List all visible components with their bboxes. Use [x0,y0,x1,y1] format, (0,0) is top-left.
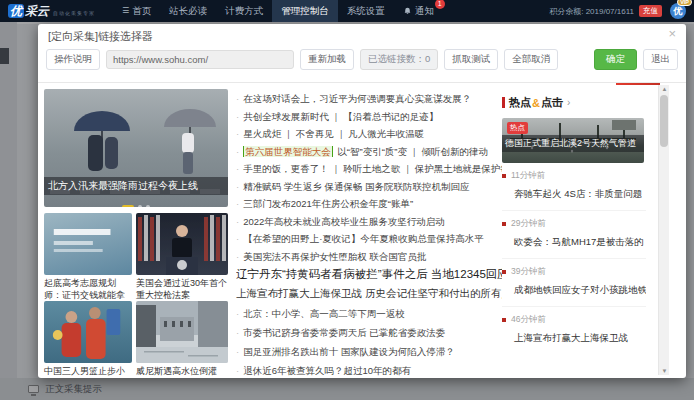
accent-bar [502,97,505,108]
featured-hot-story[interactable]: 热点 德国正式重启北溪2号天然气管道 [502,118,644,163]
news-thumb-item[interactable]: 威尼斯遇高水位倒灌 圣 [136,301,228,378]
avatar-text: 优 [674,6,683,16]
headline-link[interactable]: ·星火成炬 ｜ 不舍再见 ｜ 凡人微光丰收温暖 [236,128,502,139]
logo-tagline: 自动化采集专家 [53,10,95,16]
hot-item-time: 46分钟前 [502,314,646,326]
url-input[interactable] [106,50,294,69]
hot-sidebar-header: 热点 & 点击 › [502,95,646,110]
headline-text: 辽宁丹东“持黄码者看病被拦”事件之后 当地12345回应 [236,268,502,280]
red-square-bullet [502,270,506,274]
help-button[interactable]: 操作说明 [46,49,100,70]
news-thumb-item[interactable]: 美国会通过近30年首个重大控枪法案 [136,213,228,301]
close-icon[interactable]: × [668,27,676,41]
screen: 正文采集提示 优 采云 自动化采集专家 ☰ 首页 站长必读 计费方式 管理控制台 [0,0,694,400]
thumbnail-grid: 起底高考志愿规划师：证书交钱就能拿 [44,213,230,375]
bullet: · [236,365,239,376]
topup-button[interactable]: 充值 [639,5,662,17]
headline-link[interactable]: ·【在希望的田野上·夏收记】今年夏粮收购总量保持高水平 [236,233,502,244]
hot-item-title: 上海宣布打赢大上海保卫战 [502,332,646,345]
headline-link[interactable]: 上海宣布打赢大上海保卫战 历史会记住坚守和付出的所有人 [236,287,502,299]
bullet: · [236,128,239,139]
headline-link[interactable]: ·国足亚洲排名跌出前十 国家队建设为何陷入停滞？ [236,346,502,357]
capture-test-button[interactable]: 抓取测试 [444,49,498,70]
nav-label: 计费方式 [225,0,263,22]
headline-text: 共创全球发展新时代 ｜ 【沿着总书记的足迹】 [243,111,438,122]
headline-text: 手里的饭，更香了！ ｜ 聆听土地之歌 ｜ 保护黑土地就是保护每个… [243,163,502,174]
modal-title: [定向采集]链接选择器 [48,29,153,44]
bullet: · [236,327,239,338]
hot-badge: 热点 [507,122,528,134]
vip-badge: VIP [677,0,692,6]
headline-link[interactable]: ·市委书记跻身省委常委两天后 已掌舵省委政法委 [236,327,502,338]
hot-item-title: 成都地铁回应女子对小孩跳地铁 [502,284,646,297]
headline-link-selected[interactable]: ·第六届世界智能大会 以“智”变引“质”变 ｜ 倾听创新的律动 [236,146,502,157]
confirm-button[interactable]: 确定 [594,49,637,70]
hot-sidebar: 热点 & 点击 › 热点 德国正式重启 [502,95,646,354]
scroll-down-icon[interactable]: ▼ [659,368,670,374]
news-thumb-item[interactable]: 起底高考志愿规划师：证书交钱就能拿 [44,213,132,301]
cancel-all-button[interactable]: 全部取消 [504,49,558,70]
red-square-bullet [502,318,506,322]
hot-list-item[interactable]: 39分钟前 成都地铁回应女子对小孩跳地铁 [502,259,646,307]
news-carousel[interactable]: 北方入汛来最强降雨过程今夜上线 [44,89,228,207]
hot-list-item[interactable]: 11分钟前 奔驰车起火 4S店：非质量问题 [502,163,646,211]
embedded-webpage: 北方入汛来最强降雨过程今夜上线 起底高考志愿规划师：证书交钱就能拿 [38,82,686,378]
headline-link[interactable]: ·2022年高校未就业高校毕业生服务攻坚行动启动 [236,216,502,227]
venice-photo [136,301,228,363]
nav-label: 管理控制台 [281,0,329,22]
nav-item-webmaster-guide[interactable]: 站长必读 [160,0,216,22]
hot-title-sub: 点击 [541,95,563,110]
nav-item-settings[interactable]: 系统设置 [338,0,394,22]
headline-link[interactable]: ·三部门发布2021年住房公积金年度“账单” [236,198,502,209]
page-scrollbar[interactable]: ▲ ▼ [658,85,669,375]
headline-text: 市委书记跻身省委常委两天后 已掌舵省委政法委 [243,327,445,338]
carousel-caption: 北方入汛来最强降雨过程今夜上线 [44,177,228,195]
headline-text: 2022年高校未就业高校毕业生服务攻坚行动启动 [243,216,445,227]
bullet: · [236,181,239,192]
headline-link[interactable]: ·共创全球发展新时代 ｜ 【沿着总书记的足迹】 [236,111,502,122]
headline-link[interactable]: ·美国宪法不再保护女性堕胎权 联合国官员批 [236,251,502,262]
headline-highlight: 第六届世界智能大会 [243,146,333,157]
scrollbar-thumb[interactable] [660,95,668,147]
chevron-right-icon[interactable]: › [567,97,570,108]
quit-button[interactable]: 退出 [643,49,678,70]
headline-link[interactable]: ·北京：中小学、高一高二等下周一返校 [236,308,502,319]
nav-item-console[interactable]: 管理控制台 [272,0,338,22]
headline-link[interactable]: ·手里的饭，更香了！ ｜ 聆听土地之歌 ｜ 保护黑土地就是保护每个… [236,163,502,174]
news-thumb-item[interactable]: 中国三人男篮止步小组赛 [44,301,132,378]
bullet: · [236,216,239,227]
app-logo[interactable]: 优 采云 自动化采集专家 [8,3,95,20]
basketball-photo [44,301,132,363]
avatar[interactable]: 优 VIP [670,3,686,19]
selected-count-box: 已选链接数：0 [360,49,438,70]
headline-link[interactable]: ·退休近6年被查算久吗？超过10年的都有 [236,365,502,376]
thumb-caption: 中国三人男篮止步小组赛 [44,366,132,378]
nav-label: 首页 [132,0,151,22]
ad-banner-fragment [616,82,660,85]
nav-item-home[interactable]: ☰ 首页 [113,0,160,22]
reload-button[interactable]: 重新加载 [300,49,354,70]
main-nav: ☰ 首页 站长必读 计费方式 管理控制台 系统设置 通知 1 [113,0,443,22]
logo-icon: 优 [8,4,24,18]
headline-link[interactable]: ·精准赋码 学生返乡 保通保畅 国务院联防联控机制回应 [236,181,502,192]
nav-item-pricing[interactable]: 计费方式 [216,0,272,22]
scroll-up-icon[interactable]: ▲ [659,86,670,92]
nav-item-notifications[interactable]: 通知 1 [394,0,443,22]
bullet: · [236,233,239,244]
balance-text: 积分余额: 2019/07/1611 [549,6,634,17]
thumb-caption: 起底高考志愿规划师：证书交钱就能拿 [44,278,132,301]
nav-label: 系统设置 [347,0,385,22]
carousel-dots[interactable] [44,197,228,205]
menu-icon: ☰ [122,0,129,22]
headline-text: 在这场对话会上，习近平为何强调要真心实意谋发展？ [243,93,471,104]
headline-link[interactable]: ·在这场对话会上，习近平为何强调要真心实意谋发展？ [236,93,502,104]
bullet: · [236,346,239,357]
headline-link[interactable]: 辽宁丹东“持黄码者看病被拦”事件之后 当地12345回应 [236,268,502,281]
bullet: · [236,251,239,262]
headline-text: 美国宪法不再保护女性堕胎权 联合国官员批 [243,251,426,262]
bullet: · [236,146,239,157]
logo-text: 采云 [25,3,49,20]
hot-list-item[interactable]: 29分钟前 欧委会：马航MH17是被击落的 [502,211,646,259]
hot-list-item[interactable]: 46分钟前 上海宣布打赢大上海保卫战 [502,307,646,354]
thumb-caption: 美国会通过近30年首个重大控枪法案 [136,278,228,301]
